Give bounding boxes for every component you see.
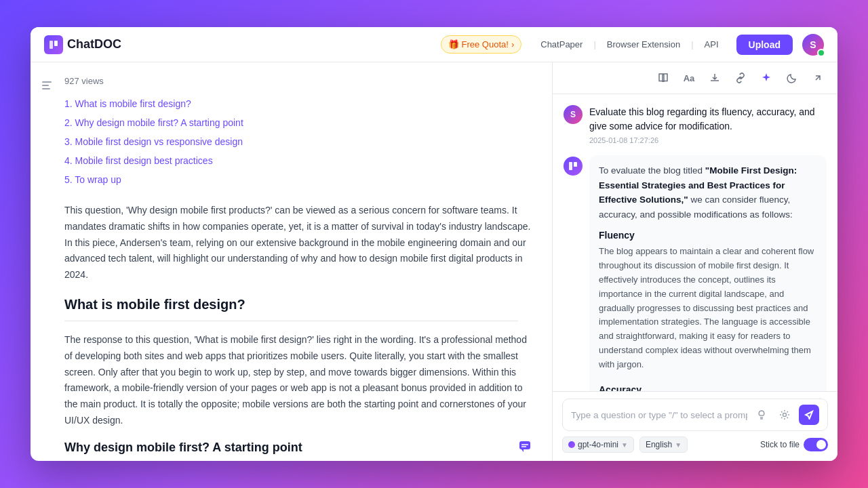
svg-rect-10 [574, 162, 577, 167]
model-selector[interactable]: gpt-4o-mini ▼ [562, 436, 634, 453]
section1-heading: What is mobile first design? [64, 297, 532, 312]
user-message-content: Evaluate this blog regarding its fluency… [589, 105, 827, 144]
lang-chevron-icon: ▼ [675, 441, 682, 449]
toc-item[interactable]: 4. Mobile first design best practices [64, 151, 532, 170]
avatar[interactable]: S [802, 34, 824, 56]
toc-item[interactable]: 3. Mobile first design vs responsive des… [64, 132, 532, 151]
ai-message-intro: To evaluate the blog titled "Mobile Firs… [599, 163, 817, 222]
ai-accuracy-title: Accuracy [599, 384, 817, 391]
model-dot-icon [568, 441, 575, 448]
sidebar-toggle-icon[interactable] [37, 76, 56, 95]
svg-rect-0 [50, 41, 53, 49]
ai-fluency-body: The blog appears to maintain a clear and… [599, 245, 817, 371]
input-box [562, 399, 828, 431]
app-window: ChatDOC 🎁 Free Quota! › ChatPaper | Brow… [31, 27, 837, 461]
api-link[interactable]: API [696, 36, 727, 53]
left-panel: 927 views 1. What is mobile first design… [31, 62, 553, 461]
input-area: gpt-4o-mini ▼ English ▼ Stick to file [553, 391, 837, 461]
logo[interactable]: ChatDOC [44, 35, 121, 54]
toc-item[interactable]: 5. To wrap up [64, 170, 532, 189]
svg-point-11 [783, 413, 787, 417]
chat-bubble-icon[interactable] [518, 440, 532, 456]
toc-item[interactable]: 1. What is mobile first design? [64, 94, 532, 113]
model-chevron-icon: ▼ [621, 441, 628, 449]
svg-rect-4 [42, 88, 50, 89]
avatar-badge [817, 49, 825, 57]
section1-body: The response to this question, 'What is … [51, 332, 532, 429]
model-name: gpt-4o-mini [578, 440, 618, 449]
settings-icon[interactable] [776, 406, 793, 424]
light-bulb-icon[interactable] [753, 406, 770, 424]
main-content: 927 views 1. What is mobile first design… [31, 62, 837, 461]
intro-text: This question, 'Why design mobile first … [51, 203, 532, 283]
section-divider [64, 321, 518, 321]
user-avatar: S [564, 105, 583, 124]
user-message: S Evaluate this blog regarding its fluen… [564, 105, 827, 144]
svg-marker-6 [521, 449, 524, 452]
svg-rect-2 [42, 81, 52, 83]
sparkle-toolbar-icon[interactable] [756, 68, 776, 88]
link-toolbar-icon[interactable] [730, 68, 751, 88]
header-nav: 🎁 Free Quota! › ChatPaper | Browser Exte… [441, 34, 824, 56]
user-message-text: Evaluate this blog regarding its fluency… [589, 105, 827, 134]
toc-list: 1. What is mobile first design? 2. Why d… [51, 94, 532, 189]
chat-input[interactable] [571, 410, 747, 420]
stick-to-file-label: Stick to file [760, 440, 800, 449]
ai-message: 4o-mini To evaluate the blog titled "Mob… [564, 155, 827, 391]
chat-area[interactable]: S Evaluate this blog regarding its fluen… [553, 94, 837, 391]
section2-heading-container: Why design mobile first? A starting poin… [64, 440, 532, 456]
book-toolbar-icon[interactable] [653, 68, 673, 88]
logo-icon [44, 35, 63, 54]
input-bottom: gpt-4o-mini ▼ English ▼ Stick to file [562, 436, 828, 453]
svg-rect-9 [569, 162, 572, 170]
header: ChatDOC 🎁 Free Quota! › ChatPaper | Brow… [31, 27, 837, 62]
chatpaper-link[interactable]: ChatPaper [532, 36, 591, 53]
toc-item[interactable]: 2. Why design mobile first? A starting p… [64, 113, 532, 132]
browser-extension-link[interactable]: Browser Extension [599, 36, 688, 53]
language-selector[interactable]: English ▼ [639, 436, 688, 453]
ai-message-content: To evaluate the blog titled "Mobile Firs… [589, 155, 827, 391]
moon-toolbar-icon[interactable] [782, 68, 802, 88]
blog-title: "Mobile First Design: Essential Strategi… [599, 165, 797, 205]
gift-icon: 🎁 [448, 39, 459, 49]
svg-rect-5 [519, 441, 530, 449]
stick-to-file-toggle[interactable] [804, 438, 828, 451]
free-quota-button[interactable]: 🎁 Free Quota! › [441, 35, 522, 54]
ai-fluency-title: Fluency [599, 230, 817, 241]
stick-to-file: Stick to file [760, 438, 828, 451]
font-toolbar-icon[interactable]: Aa [679, 68, 699, 88]
download-toolbar-icon[interactable] [705, 68, 725, 88]
ai-avatar [564, 157, 583, 176]
send-button[interactable] [799, 405, 819, 425]
expand-icon[interactable] [808, 68, 828, 88]
section2-heading-text: Why design mobile first? A starting poin… [64, 441, 302, 455]
right-panel: Aa [553, 62, 837, 461]
views-count: 927 views [51, 76, 532, 86]
language-value: English [646, 440, 672, 449]
upload-button[interactable]: Upload [736, 35, 793, 55]
right-toolbar: Aa [553, 62, 837, 94]
message-time: 2025-01-08 17:27:26 [589, 136, 827, 144]
svg-rect-1 [54, 41, 58, 46]
svg-rect-3 [42, 85, 49, 86]
chevron-right-icon: › [511, 39, 514, 49]
